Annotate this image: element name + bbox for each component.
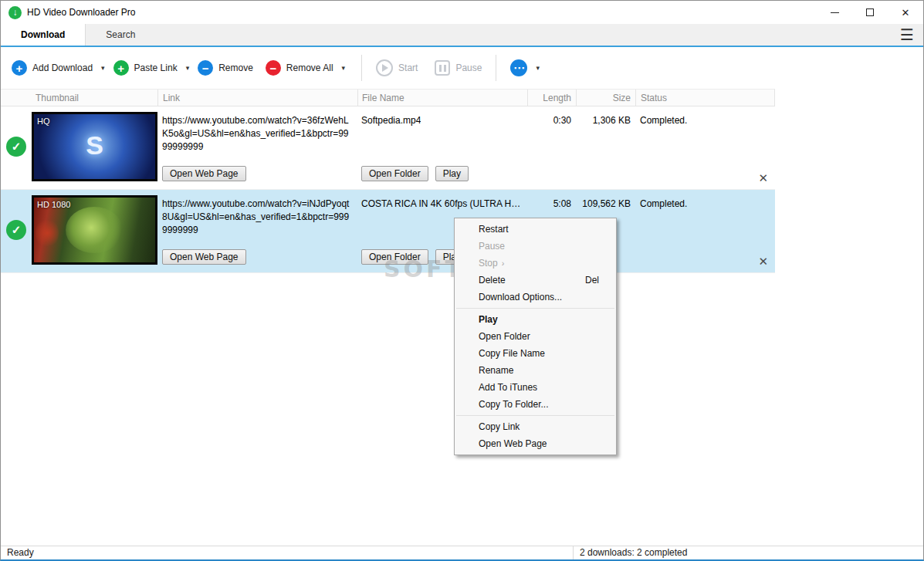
remove-row-icon[interactable]: ✕ xyxy=(758,255,768,267)
add-download-caret-icon[interactable]: ▾ xyxy=(96,61,110,75)
file-size: 1,306 KB xyxy=(576,112,635,181)
menu-item-open-folder[interactable]: Open Folder xyxy=(455,328,616,345)
app-window: ↓ HD Video Downloader Pro ✕ Download Sea… xyxy=(0,0,924,561)
more-options-caret-icon[interactable]: ▾ xyxy=(530,61,545,75)
status-text: Completed. xyxy=(635,112,775,181)
maximize-button[interactable] xyxy=(852,1,888,24)
header-length[interactable]: Length xyxy=(527,90,576,106)
menu-item-delete[interactable]: Delete Del xyxy=(455,272,616,289)
window-controls: ✕ xyxy=(817,1,923,24)
row2-link-cell: https://www.youtube.com/watch?v=iNJdPyoq… xyxy=(157,195,357,265)
completed-check-icon: ✓ xyxy=(6,137,26,157)
video-thumbnail: HQ S xyxy=(32,112,157,181)
thumbnail-art: S xyxy=(34,114,155,179)
play-button[interactable]: Play xyxy=(435,166,469,181)
toolbar-separator xyxy=(496,55,496,81)
open-folder-button[interactable]: Open Folder xyxy=(361,166,428,181)
minimize-button[interactable] xyxy=(817,1,852,24)
app-logo-icon: ↓ xyxy=(8,6,22,19)
start-play-icon xyxy=(376,59,393,76)
open-folder-button[interactable]: Open Folder xyxy=(361,249,428,265)
menu-item-copy-link[interactable]: Copy Link xyxy=(455,418,616,435)
file-name: COSTA RICA IN 4K 60fps (ULTRA HD) w ... xyxy=(361,195,525,209)
pause-button[interactable]: Pause xyxy=(432,56,485,80)
more-options-button[interactable]: ⋯ xyxy=(507,55,530,81)
submenu-chevron-icon: › xyxy=(502,259,505,268)
menu-separator xyxy=(456,308,614,309)
completed-check-icon: ✓ xyxy=(6,220,26,240)
context-menu: Restart Pause Stop › Delete Del Download… xyxy=(454,218,617,455)
close-icon: ✕ xyxy=(902,7,910,19)
tab-download[interactable]: Download xyxy=(1,24,86,46)
table-header-row: Thumbnail Link File Name Length Size Sta… xyxy=(1,89,775,106)
header-thumbnail[interactable]: Thumbnail xyxy=(32,93,157,103)
quality-badge: HD 1080 xyxy=(37,200,70,209)
video-link: https://www.youtube.com/watch?v=iNJdPyoq… xyxy=(162,195,357,236)
status-text: Completed. xyxy=(635,195,775,265)
open-web-page-button[interactable]: Open Web Page xyxy=(162,166,246,181)
paste-link-plus-icon: + xyxy=(113,60,129,76)
row1-link-cell: https://www.youtube.com/watch?v=36fzWehL… xyxy=(157,112,357,181)
video-thumbnail: HD 1080 xyxy=(32,195,157,265)
start-label: Start xyxy=(398,63,418,73)
row2-check-cell: ✓ xyxy=(1,195,32,265)
paste-link-caret-icon[interactable]: ▾ xyxy=(181,61,195,75)
remove-label: Remove xyxy=(218,63,253,73)
ellipsis-icon: ⋯ xyxy=(510,59,527,76)
menu-item-restart[interactable]: Restart xyxy=(455,221,616,238)
menu-item-play[interactable]: Play xyxy=(455,311,616,328)
paste-link-button[interactable]: + Paste Link xyxy=(110,56,181,80)
header-size[interactable]: Size xyxy=(576,90,635,106)
red-flower-art xyxy=(36,218,59,248)
remove-all-button[interactable]: − Remove All xyxy=(262,56,337,80)
file-name: Softpedia.mp4 xyxy=(361,112,421,126)
menu-item-download-options[interactable]: Download Options... xyxy=(455,289,616,306)
snake-coil-art xyxy=(66,207,123,253)
maximize-icon xyxy=(866,8,874,16)
menu-item-copy-to-folder[interactable]: Copy To Folder... xyxy=(455,396,616,413)
downloads-table: Thumbnail Link File Name Length Size Sta… xyxy=(1,89,775,273)
open-web-page-button[interactable]: Open Web Page xyxy=(162,249,246,265)
status-bar: Ready 2 downloads: 2 completed xyxy=(1,546,923,559)
row2-thumbnail-cell: HD 1080 xyxy=(32,195,157,265)
shortcut-label: Del xyxy=(585,275,599,286)
close-button[interactable]: ✕ xyxy=(888,1,923,24)
menu-separator xyxy=(456,415,614,416)
add-download-plus-icon: + xyxy=(12,60,27,76)
softpedia-logo-icon: S xyxy=(86,130,103,161)
toolbar-separator xyxy=(361,55,362,81)
menu-item-rename[interactable]: Rename xyxy=(455,362,616,379)
start-button[interactable]: Start xyxy=(373,55,421,81)
remove-row-icon[interactable]: ✕ xyxy=(758,172,768,184)
pause-icon xyxy=(435,60,450,76)
menu-item-pause[interactable]: Pause xyxy=(455,238,616,255)
video-length: 0:30 xyxy=(527,112,576,181)
menu-item-open-web-page[interactable]: Open Web Page xyxy=(455,435,616,452)
video-link: https://www.youtube.com/watch?v=36fzWehL… xyxy=(162,112,357,153)
remove-all-minus-icon: − xyxy=(266,60,281,76)
header-link[interactable]: Link xyxy=(157,90,357,106)
remove-all-label: Remove All xyxy=(286,63,333,73)
minimize-icon xyxy=(831,12,839,13)
status-downloads-count: 2 downloads: 2 completed xyxy=(580,547,687,558)
remove-all-caret-icon[interactable]: ▾ xyxy=(337,61,351,75)
menu-item-copy-file-name[interactable]: Copy File Name xyxy=(455,345,616,362)
title-bar: ↓ HD Video Downloader Pro ✕ xyxy=(1,1,923,24)
remove-button[interactable]: − Remove xyxy=(195,56,256,80)
menu-item-add-to-itunes[interactable]: Add To iTunes xyxy=(455,379,616,396)
menu-item-stop[interactable]: Stop › xyxy=(455,255,616,272)
statusbar-separator xyxy=(573,546,574,559)
row1-file-cell: Softpedia.mp4 Open Folder Play xyxy=(357,112,527,181)
download-row-1[interactable]: ✓ HQ S https://www.youtube.com/watch?v=3… xyxy=(1,106,775,190)
row1-check-cell: ✓ xyxy=(1,112,32,181)
hamburger-menu-icon[interactable]: ☰ xyxy=(900,24,914,46)
quality-badge: HQ xyxy=(37,117,50,126)
header-file-name[interactable]: File Name xyxy=(357,90,527,106)
row1-thumbnail-cell: HQ S xyxy=(32,112,157,181)
header-status[interactable]: Status xyxy=(635,90,774,106)
toolbar: + Add Download ▾ + Paste Link ▾ − Remove… xyxy=(1,47,923,89)
add-download-button[interactable]: + Add Download xyxy=(8,56,96,80)
pause-label: Pause xyxy=(455,63,482,73)
tab-search[interactable]: Search xyxy=(86,24,155,46)
download-row-2[interactable]: ✓ HD 1080 https://www.youtube.com/watch?… xyxy=(1,190,775,273)
